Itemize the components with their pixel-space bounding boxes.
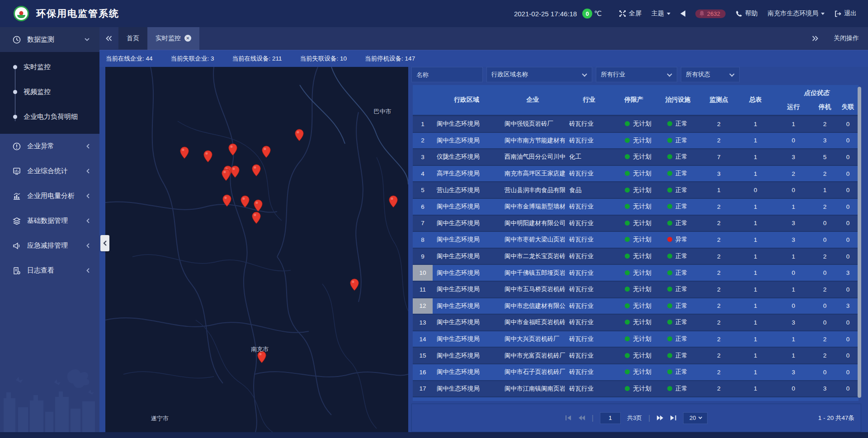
- sidebar-subitem-power-load-detail[interactable]: 企业电力负荷明细: [0, 104, 99, 129]
- org-dropdown[interactable]: 南充市生态环境局: [768, 9, 825, 18]
- table-row[interactable]: 9阆中生态环境局阆中市二龙长宝页岩砖砖瓦行业无计划正常21120: [413, 249, 859, 265]
- cell-stop: 2: [812, 352, 837, 359]
- table-row[interactable]: 17阆中生态环境局阆中市江南镇阆南页岩砖瓦行业无计划正常21030: [413, 381, 859, 398]
- table-row[interactable]: 6阆中生态环境局阆中市金博瑞新型墙材砖瓦行业无计划正常21120: [413, 199, 859, 216]
- cell-run: 0: [774, 269, 812, 276]
- tab-close-icon[interactable]: ✕: [184, 35, 191, 42]
- theme-dropdown[interactable]: 主题: [651, 9, 670, 18]
- map-collapse-handle[interactable]: [100, 235, 109, 251]
- table-row[interactable]: 16阆中生态环境局阆中市石子页岩机砖厂砖瓦行业无计划正常21300: [413, 364, 859, 381]
- table-row[interactable]: 13阆中生态环境局阆中市金福旺页岩机砖砖瓦行业无计划正常21300: [413, 315, 859, 331]
- previous-page-button[interactable]: [578, 415, 585, 421]
- tabs-scroll-right-button[interactable]: [812, 36, 818, 41]
- next-page-button[interactable]: [656, 415, 664, 421]
- tab-home[interactable]: 首页: [118, 27, 147, 50]
- fullscreen-button[interactable]: 全屏: [619, 9, 642, 18]
- total-pages-label: 共3页: [627, 414, 642, 422]
- sidebar-item-emergency-reduction[interactable]: 应急减排管理: [0, 233, 99, 258]
- map-pin[interactable]: [261, 146, 271, 160]
- cell-industry: 化工: [565, 153, 613, 161]
- page-size-select[interactable]: 20: [683, 412, 708, 424]
- map-pin[interactable]: [179, 146, 189, 161]
- cell-region: 阆中生态环境局: [433, 285, 500, 293]
- map-pin[interactable]: [230, 165, 240, 180]
- map-panel[interactable]: 巴中市南充市遂宁市: [105, 67, 408, 432]
- cell-region: 阆中生态环境局: [433, 385, 500, 393]
- cell-points: 2: [701, 352, 736, 359]
- help-button[interactable]: 帮助: [736, 9, 758, 18]
- page-number-input[interactable]: [600, 412, 621, 424]
- cell-total: 1: [736, 203, 774, 210]
- sidebar-subitem-video-monitoring[interactable]: 视频监控: [0, 80, 99, 104]
- cell-points: 2: [701, 236, 736, 243]
- cell-lost: 0: [837, 352, 859, 359]
- cell-company: 营山县润丰肉食品有限: [500, 186, 565, 194]
- cell-row-number: 6: [413, 199, 433, 215]
- map-pin[interactable]: [228, 143, 238, 158]
- table-row[interactable]: 15阆中生态环境局阆中市光富页岩机砖厂砖瓦行业无计划正常21120: [413, 348, 859, 364]
- cell-total: 1: [736, 269, 774, 276]
- col-total: 总表: [736, 96, 774, 104]
- status-filter-select[interactable]: 所有状态: [681, 67, 740, 82]
- sidebar-item-data-monitoring[interactable]: 数据监测: [0, 27, 99, 52]
- map-pin[interactable]: [240, 195, 250, 210]
- tab-realtime-monitoring[interactable]: 实时监控 ✕: [147, 27, 199, 50]
- table-row[interactable]: 1阆中生态环境局阆中强锐页岩砖厂砖瓦行业无计划正常21120: [413, 116, 859, 133]
- cell-total: 0: [736, 187, 774, 193]
- cell-company: 阆中千佛镇五郎垭页岩: [500, 269, 565, 277]
- table-row[interactable]: 3仪陇生态环境局西南油气田分公司川中化工无计划正常71350: [413, 149, 859, 166]
- tabs-scroll-left-button[interactable]: [99, 27, 118, 50]
- map-pin[interactable]: [349, 278, 359, 293]
- sidebar-item-power-analysis[interactable]: 企业用电量分析: [0, 184, 99, 208]
- chevron-down-icon: [582, 71, 587, 76]
- logout-button[interactable]: 退出: [835, 9, 857, 18]
- cell-run: 3: [774, 154, 812, 160]
- map-pin[interactable]: [252, 164, 261, 179]
- cell-points: 2: [701, 369, 736, 376]
- map-pin[interactable]: [388, 195, 398, 210]
- table-scrollbar[interactable]: [858, 87, 861, 398]
- map-pin[interactable]: [294, 129, 304, 143]
- sidebar-item-enterprise-abnormal[interactable]: 企业异常: [0, 134, 99, 159]
- table-row[interactable]: 5营山生态环境局营山县润丰肉食品有限食品无计划正常10010: [413, 182, 859, 199]
- cell-lost: 0: [837, 385, 859, 392]
- name-input[interactable]: [416, 71, 478, 78]
- chevron-left-icon: [86, 169, 90, 174]
- map-pin[interactable]: [252, 212, 261, 226]
- first-page-button[interactable]: [565, 415, 572, 421]
- status-dot-icon: [667, 320, 672, 325]
- map-pin[interactable]: [222, 194, 231, 209]
- close-operations-button[interactable]: 关闭操作: [834, 34, 859, 42]
- table-row[interactable]: 12阆中生态环境局阆中市忠信建材有限公砖瓦行业无计划正常21003: [413, 298, 859, 315]
- status-dot-icon: [625, 353, 630, 358]
- map-pin[interactable]: [203, 150, 213, 165]
- last-page-button[interactable]: [670, 415, 677, 421]
- industry-filter-select[interactable]: 所有行业: [596, 67, 677, 82]
- table-row[interactable]: 10阆中生态环境局阆中千佛镇五郎垭页岩砖瓦行业无计划正常21003: [413, 265, 859, 282]
- table-row[interactable]: 14阆中生态环境局阆中大兴页岩机砖厂砖瓦行业无计划正常21120: [413, 331, 859, 348]
- table-row[interactable]: 8阆中生态环境局阆中市枣碧大梁山页岩砖瓦行业无计划异常21300: [413, 232, 859, 249]
- status-dot-icon: [667, 386, 672, 391]
- cell-region: 阆中生态环境局: [433, 352, 500, 360]
- cell-points: 1: [701, 187, 736, 193]
- cell-company: 阆中市石子页岩机砖厂: [500, 368, 565, 376]
- table-row[interactable]: 18南部生态环境局南部县建兴水泥有限公砖瓦行业无计划正常50050: [413, 397, 859, 401]
- sidebar-item-enterprise-statistics[interactable]: 企业综合统计: [0, 159, 99, 184]
- sidebar-item-log-view[interactable]: 日志查看: [0, 258, 99, 283]
- table-row[interactable]: 7阆中生态环境局阆中明阳建材有限公司砖瓦行业无计划正常21300: [413, 216, 859, 232]
- table-body: 1阆中生态环境局阆中强锐页岩砖厂砖瓦行业无计划正常211202阆中生态环境局阆中…: [413, 116, 859, 401]
- mute-button[interactable]: [680, 10, 685, 17]
- region-filter-select[interactable]: 行政区域名称: [486, 67, 592, 82]
- map-pin[interactable]: [222, 169, 231, 183]
- filter-row: 行政区域名称 所有行业 所有状态: [411, 67, 861, 82]
- tab-bar: 首页 实时监控 ✕ 关闭操作: [99, 27, 868, 50]
- sidebar-item-base-data[interactable]: 基础数据管理: [0, 208, 99, 233]
- cell-run: 1: [774, 336, 812, 343]
- table-row[interactable]: 2阆中生态环境局阆中市南方节能建材有砖瓦行业无计划正常21030: [413, 133, 859, 150]
- table-row[interactable]: 4高坪生态环境局南充市高坪区王家店建砖瓦行业无计划正常31220: [413, 166, 859, 183]
- notification-badge[interactable]: 2632: [695, 9, 726, 18]
- table-row[interactable]: 11阆中生态环境局阆中市五马桥页岩机砖砖瓦行业无计划正常21120: [413, 282, 859, 298]
- chevron-down-icon: [667, 71, 672, 76]
- name-filter-input[interactable]: [411, 67, 483, 82]
- sidebar-subitem-realtime-monitoring[interactable]: 实时监控: [0, 55, 99, 80]
